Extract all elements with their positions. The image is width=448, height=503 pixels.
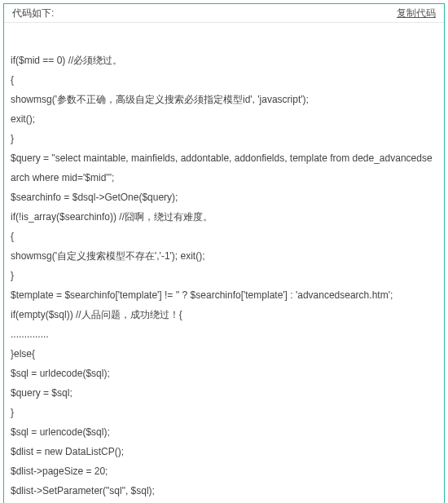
code-block: 代码如下: 复制代码 if($mid == 0) //必须绕过。 { showm…	[3, 3, 445, 503]
copy-code-link[interactable]: 复制代码	[397, 7, 436, 20]
code-title: 代码如下:	[12, 7, 54, 20]
code-body: if($mid == 0) //必须绕过。 { showmsg('参数不正确，高…	[4, 23, 444, 503]
code-header: 代码如下: 复制代码	[4, 4, 444, 23]
